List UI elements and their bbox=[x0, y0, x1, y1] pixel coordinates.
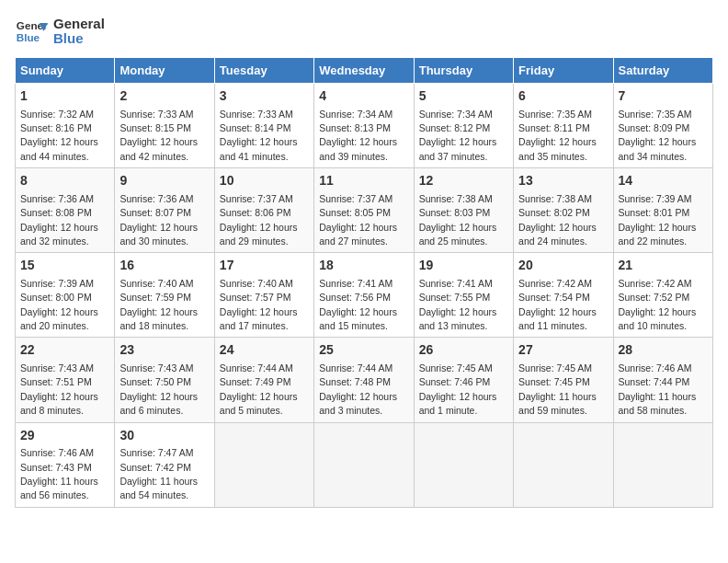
calendar-week-5: 29Sunrise: 7:46 AM Sunset: 7:43 PM Dayli… bbox=[16, 422, 713, 507]
day-info: Sunrise: 7:34 AM Sunset: 8:13 PM Dayligh… bbox=[319, 109, 397, 162]
day-info: Sunrise: 7:45 AM Sunset: 7:45 PM Dayligh… bbox=[518, 362, 597, 416]
header-saturday: Saturday bbox=[613, 58, 712, 84]
day-info: Sunrise: 7:38 AM Sunset: 8:03 PM Dayligh… bbox=[419, 193, 497, 247]
day-info: Sunrise: 7:37 AM Sunset: 8:06 PM Dayligh… bbox=[220, 193, 298, 247]
calendar-week-2: 8Sunrise: 7:36 AM Sunset: 8:08 PM Daylig… bbox=[16, 168, 713, 253]
day-info: Sunrise: 7:43 AM Sunset: 7:50 PM Dayligh… bbox=[119, 362, 198, 416]
calendar-cell: 1Sunrise: 7:32 AM Sunset: 8:16 PM Daylig… bbox=[16, 84, 115, 168]
day-number: 1 bbox=[20, 87, 109, 106]
day-number: 19 bbox=[419, 257, 508, 275]
day-number: 12 bbox=[419, 172, 508, 190]
logo-icon: General Blue bbox=[15, 15, 48, 48]
day-info: Sunrise: 7:45 AM Sunset: 7:46 PM Dayligh… bbox=[419, 362, 497, 416]
day-number: 28 bbox=[619, 341, 708, 360]
day-number: 2 bbox=[119, 87, 209, 106]
day-number: 11 bbox=[319, 172, 408, 190]
day-number: 22 bbox=[20, 341, 109, 360]
calendar-cell: 23Sunrise: 7:43 AM Sunset: 7:50 PM Dayli… bbox=[115, 338, 214, 422]
calendar-cell: 30Sunrise: 7:47 AM Sunset: 7:42 PM Dayli… bbox=[115, 422, 214, 507]
svg-text:Blue: Blue bbox=[17, 31, 40, 43]
day-number: 26 bbox=[419, 341, 508, 360]
calendar-cell: 22Sunrise: 7:43 AM Sunset: 7:51 PM Dayli… bbox=[16, 338, 115, 422]
day-info: Sunrise: 7:46 AM Sunset: 7:43 PM Dayligh… bbox=[20, 447, 98, 500]
calendar-cell: 28Sunrise: 7:46 AM Sunset: 7:44 PM Dayli… bbox=[613, 338, 712, 422]
header-thursday: Thursday bbox=[414, 58, 513, 84]
calendar-cell bbox=[214, 422, 313, 507]
calendar-week-3: 15Sunrise: 7:39 AM Sunset: 8:00 PM Dayli… bbox=[16, 253, 713, 338]
page-header: General Blue General Blue bbox=[15, 15, 713, 48]
day-info: Sunrise: 7:34 AM Sunset: 8:12 PM Dayligh… bbox=[419, 109, 497, 162]
calendar-cell: 26Sunrise: 7:45 AM Sunset: 7:46 PM Dayli… bbox=[414, 338, 513, 422]
calendar-week-4: 22Sunrise: 7:43 AM Sunset: 7:51 PM Dayli… bbox=[16, 338, 713, 422]
calendar-cell: 5Sunrise: 7:34 AM Sunset: 8:12 PM Daylig… bbox=[414, 84, 513, 168]
day-number: 13 bbox=[518, 172, 608, 190]
day-number: 15 bbox=[20, 257, 109, 275]
header-tuesday: Tuesday bbox=[214, 58, 313, 84]
day-info: Sunrise: 7:47 AM Sunset: 7:42 PM Dayligh… bbox=[119, 447, 198, 500]
calendar-cell: 11Sunrise: 7:37 AM Sunset: 8:05 PM Dayli… bbox=[314, 168, 414, 253]
day-number: 9 bbox=[119, 172, 209, 190]
day-info: Sunrise: 7:40 AM Sunset: 7:57 PM Dayligh… bbox=[220, 278, 298, 331]
calendar-cell: 4Sunrise: 7:34 AM Sunset: 8:13 PM Daylig… bbox=[314, 84, 414, 168]
day-info: Sunrise: 7:44 AM Sunset: 7:48 PM Dayligh… bbox=[319, 362, 397, 416]
header-monday: Monday bbox=[115, 58, 214, 84]
calendar-table: SundayMondayTuesdayWednesdayThursdayFrid… bbox=[15, 57, 713, 508]
day-number: 3 bbox=[220, 87, 309, 106]
day-info: Sunrise: 7:33 AM Sunset: 8:15 PM Dayligh… bbox=[119, 109, 198, 162]
day-number: 5 bbox=[419, 87, 508, 106]
day-info: Sunrise: 7:35 AM Sunset: 8:09 PM Dayligh… bbox=[619, 109, 697, 162]
header-sunday: Sunday bbox=[16, 58, 115, 84]
calendar-cell: 10Sunrise: 7:37 AM Sunset: 8:06 PM Dayli… bbox=[214, 168, 313, 253]
day-info: Sunrise: 7:44 AM Sunset: 7:49 PM Dayligh… bbox=[220, 362, 298, 416]
calendar-cell: 27Sunrise: 7:45 AM Sunset: 7:45 PM Dayli… bbox=[514, 338, 613, 422]
day-number: 21 bbox=[619, 257, 708, 275]
calendar-cell: 18Sunrise: 7:41 AM Sunset: 7:56 PM Dayli… bbox=[314, 253, 414, 338]
logo: General Blue General Blue bbox=[15, 15, 105, 48]
calendar-cell: 16Sunrise: 7:40 AM Sunset: 7:59 PM Dayli… bbox=[115, 253, 214, 338]
day-info: Sunrise: 7:40 AM Sunset: 7:59 PM Dayligh… bbox=[119, 278, 198, 331]
day-number: 6 bbox=[518, 87, 608, 106]
day-number: 20 bbox=[518, 257, 608, 275]
calendar-cell: 9Sunrise: 7:36 AM Sunset: 8:07 PM Daylig… bbox=[115, 168, 214, 253]
day-info: Sunrise: 7:42 AM Sunset: 7:52 PM Dayligh… bbox=[619, 278, 697, 331]
day-number: 4 bbox=[319, 87, 408, 106]
day-info: Sunrise: 7:39 AM Sunset: 8:01 PM Dayligh… bbox=[619, 193, 697, 247]
day-info: Sunrise: 7:39 AM Sunset: 8:00 PM Dayligh… bbox=[20, 278, 98, 331]
calendar-cell: 14Sunrise: 7:39 AM Sunset: 8:01 PM Dayli… bbox=[613, 168, 712, 253]
day-info: Sunrise: 7:32 AM Sunset: 8:16 PM Dayligh… bbox=[20, 109, 98, 162]
day-number: 7 bbox=[619, 87, 708, 106]
day-number: 24 bbox=[220, 341, 309, 360]
calendar-cell: 24Sunrise: 7:44 AM Sunset: 7:49 PM Dayli… bbox=[214, 338, 313, 422]
header-wednesday: Wednesday bbox=[314, 58, 414, 84]
day-number: 18 bbox=[319, 257, 408, 275]
day-number: 8 bbox=[20, 172, 109, 190]
day-number: 25 bbox=[319, 341, 408, 360]
calendar-cell: 21Sunrise: 7:42 AM Sunset: 7:52 PM Dayli… bbox=[613, 253, 712, 338]
day-info: Sunrise: 7:43 AM Sunset: 7:51 PM Dayligh… bbox=[20, 362, 98, 416]
day-info: Sunrise: 7:38 AM Sunset: 8:02 PM Dayligh… bbox=[518, 193, 597, 247]
calendar-cell bbox=[514, 422, 613, 507]
calendar-cell: 17Sunrise: 7:40 AM Sunset: 7:57 PM Dayli… bbox=[214, 253, 313, 338]
day-info: Sunrise: 7:42 AM Sunset: 7:54 PM Dayligh… bbox=[518, 278, 597, 331]
day-number: 30 bbox=[119, 427, 209, 445]
day-number: 17 bbox=[220, 257, 309, 275]
day-info: Sunrise: 7:36 AM Sunset: 8:08 PM Dayligh… bbox=[20, 193, 98, 247]
day-number: 29 bbox=[20, 427, 109, 445]
calendar-cell: 7Sunrise: 7:35 AM Sunset: 8:09 PM Daylig… bbox=[613, 84, 712, 168]
day-info: Sunrise: 7:41 AM Sunset: 7:55 PM Dayligh… bbox=[419, 278, 497, 331]
day-info: Sunrise: 7:36 AM Sunset: 8:07 PM Dayligh… bbox=[119, 193, 198, 247]
calendar-cell: 19Sunrise: 7:41 AM Sunset: 7:55 PM Dayli… bbox=[414, 253, 513, 338]
calendar-cell: 2Sunrise: 7:33 AM Sunset: 8:15 PM Daylig… bbox=[115, 84, 214, 168]
day-info: Sunrise: 7:46 AM Sunset: 7:44 PM Dayligh… bbox=[619, 362, 697, 416]
day-number: 14 bbox=[619, 172, 708, 190]
calendar-cell: 20Sunrise: 7:42 AM Sunset: 7:54 PM Dayli… bbox=[514, 253, 613, 338]
calendar-cell bbox=[613, 422, 712, 507]
calendar-cell bbox=[314, 422, 414, 507]
day-number: 16 bbox=[119, 257, 209, 275]
day-info: Sunrise: 7:33 AM Sunset: 8:14 PM Dayligh… bbox=[220, 109, 298, 162]
day-info: Sunrise: 7:35 AM Sunset: 8:11 PM Dayligh… bbox=[518, 109, 597, 162]
calendar-cell: 3Sunrise: 7:33 AM Sunset: 8:14 PM Daylig… bbox=[214, 84, 313, 168]
calendar-cell bbox=[414, 422, 513, 507]
day-number: 23 bbox=[119, 341, 209, 360]
calendar-cell: 8Sunrise: 7:36 AM Sunset: 8:08 PM Daylig… bbox=[16, 168, 115, 253]
